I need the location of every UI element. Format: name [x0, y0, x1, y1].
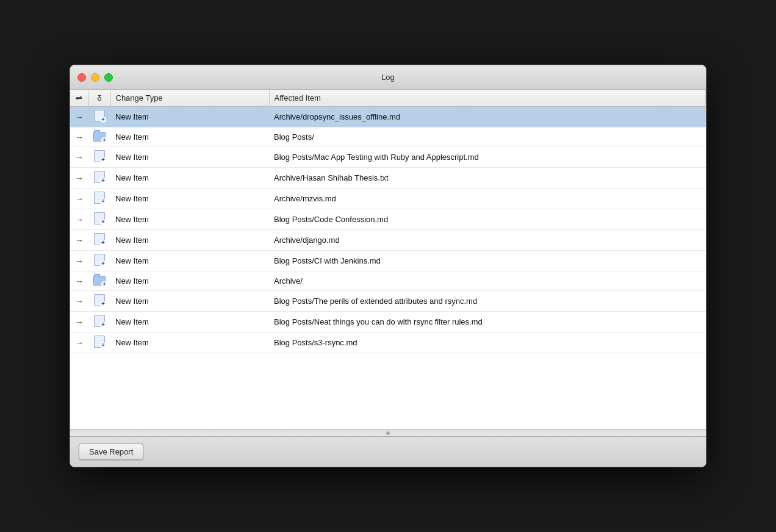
- table-container[interactable]: ⇌ δ Change Type Affected Item →New ItemA…: [70, 90, 706, 429]
- change-type-cell: New Item: [110, 147, 269, 168]
- footer: Save Report: [70, 436, 706, 467]
- affected-item-cell: Blog Posts/s3-rsync.md: [269, 332, 706, 353]
- window-title: Log: [70, 73, 706, 82]
- file-type-icon: [88, 147, 110, 168]
- change-type-cell: New Item: [110, 209, 269, 230]
- sync-arrow: →: [70, 271, 88, 291]
- table-row[interactable]: →New ItemArchive/: [70, 271, 706, 291]
- titlebar: Log: [70, 65, 706, 90]
- affected-item-cell: Archive/: [269, 271, 706, 291]
- change-type-cell: New Item: [110, 332, 269, 353]
- file-type-icon: [88, 189, 110, 209]
- affected-item-cell: Blog Posts/Neat things you can do with r…: [269, 312, 706, 332]
- change-type-cell: New Item: [110, 312, 269, 332]
- affected-item-cell: Archive/mzvis.md: [269, 189, 706, 209]
- change-type-cell: New Item: [110, 230, 269, 251]
- affected-item-cell: Archive/django.md: [269, 230, 706, 251]
- change-type-cell: New Item: [110, 251, 269, 271]
- table-row[interactable]: →New ItemArchive/Hasan Shihab Thesis.txt: [70, 168, 706, 189]
- affected-item-cell: Blog Posts/CI with Jenkins.md: [269, 251, 706, 271]
- sync-arrow: →: [70, 147, 88, 168]
- sync-arrow: →: [70, 189, 88, 209]
- scrollbar-area[interactable]: [70, 429, 706, 436]
- save-report-button[interactable]: Save Report: [79, 444, 143, 460]
- file-type-icon: [88, 271, 110, 291]
- col-header-delta[interactable]: δ: [88, 90, 110, 107]
- file-type-icon: [88, 107, 110, 128]
- scrollbar-indicator: [386, 431, 390, 435]
- sync-arrow: →: [70, 230, 88, 251]
- file-type-icon: [88, 332, 110, 353]
- table-row[interactable]: →New ItemBlog Posts/s3-rsync.md: [70, 332, 706, 353]
- file-type-icon: [88, 168, 110, 189]
- file-type-icon: [88, 251, 110, 271]
- change-type-cell: New Item: [110, 291, 269, 312]
- sync-arrow: →: [70, 168, 88, 189]
- change-type-cell: New Item: [110, 189, 269, 209]
- change-type-cell: New Item: [110, 107, 269, 128]
- affected-item-cell: Blog Posts/Mac App Testing with Ruby and…: [269, 147, 706, 168]
- sync-arrow: →: [70, 332, 88, 353]
- maximize-button[interactable]: [104, 73, 113, 82]
- sync-arrow: →: [70, 291, 88, 312]
- close-button[interactable]: [77, 73, 86, 82]
- affected-item-cell: Archive/dropsync_issues_offline.md: [269, 107, 706, 128]
- affected-item-cell: Blog Posts/Code Confession.md: [269, 209, 706, 230]
- minimize-button[interactable]: [91, 73, 99, 82]
- table-row[interactable]: →New ItemBlog Posts/Code Confession.md: [70, 209, 706, 230]
- table-row[interactable]: →New ItemBlog Posts/Mac App Testing with…: [70, 147, 706, 168]
- sync-arrow: →: [70, 128, 88, 147]
- sync-arrow: →: [70, 107, 88, 128]
- file-type-icon: [88, 230, 110, 251]
- log-table: ⇌ δ Change Type Affected Item →New ItemA…: [70, 90, 706, 353]
- table-row[interactable]: →New ItemArchive/django.md: [70, 230, 706, 251]
- table-row[interactable]: →New ItemBlog Posts/CI with Jenkins.md: [70, 251, 706, 271]
- col-header-sync[interactable]: ⇌: [70, 90, 88, 107]
- file-type-icon: [88, 128, 110, 147]
- change-type-cell: New Item: [110, 168, 269, 189]
- affected-item-cell: Blog Posts/The perils of extended attrib…: [269, 291, 706, 312]
- table-row[interactable]: →New ItemBlog Posts/: [70, 128, 706, 147]
- sync-arrow: →: [70, 251, 88, 271]
- change-type-cell: New Item: [110, 128, 269, 147]
- table-row[interactable]: →New ItemArchive/mzvis.md: [70, 189, 706, 209]
- table-header-row: ⇌ δ Change Type Affected Item: [70, 90, 706, 107]
- table-row[interactable]: →New ItemBlog Posts/Neat things you can …: [70, 312, 706, 332]
- traffic-lights: [77, 73, 113, 82]
- affected-item-cell: Archive/Hasan Shihab Thesis.txt: [269, 168, 706, 189]
- sync-arrow: →: [70, 209, 88, 230]
- file-type-icon: [88, 209, 110, 230]
- change-type-cell: New Item: [110, 271, 269, 291]
- affected-item-cell: Blog Posts/: [269, 128, 706, 147]
- file-type-icon: [88, 312, 110, 332]
- table-row[interactable]: →New ItemArchive/dropsync_issues_offline…: [70, 107, 706, 128]
- table-row[interactable]: →New ItemBlog Posts/The perils of extend…: [70, 291, 706, 312]
- col-header-change-type[interactable]: Change Type: [110, 90, 269, 107]
- sync-arrow: →: [70, 312, 88, 332]
- file-type-icon: [88, 291, 110, 312]
- main-window: Log ⇌ δ Change Type Affected Item →New I…: [70, 65, 706, 467]
- col-header-affected-item[interactable]: Affected Item: [269, 90, 706, 107]
